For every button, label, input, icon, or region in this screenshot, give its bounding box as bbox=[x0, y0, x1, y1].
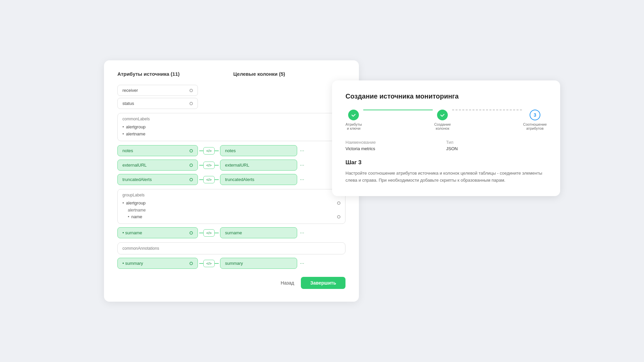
step-heading: Шаг 3 bbox=[345, 159, 547, 166]
script-options-icon[interactable]: ⋯ bbox=[300, 230, 304, 235]
mapped-row-summary: • summary </> summary ⋯ bbox=[117, 258, 345, 269]
nested-group-alertname: alertname • name bbox=[128, 208, 340, 220]
connector-surname: </> bbox=[198, 229, 220, 237]
script-options-icon[interactable]: ⋯ bbox=[300, 261, 304, 266]
mapped-target-surname[interactable]: surname bbox=[220, 227, 297, 238]
connector-line2 bbox=[215, 233, 219, 233]
step-item-2: Созданиеколонок bbox=[434, 110, 451, 130]
step-label-2: Созданиеколонок bbox=[434, 122, 451, 130]
type-label: Тип bbox=[446, 140, 547, 145]
mapped-target-notes[interactable]: notes bbox=[220, 145, 297, 156]
dot-icon bbox=[190, 89, 193, 92]
group-commonlabels: commonLabels • alertgroup • alertname bbox=[117, 113, 345, 141]
step-circle-done-2 bbox=[437, 110, 448, 120]
source-dot-icon bbox=[190, 178, 193, 181]
connector-externalurl: </> bbox=[198, 162, 220, 169]
step-label-3: Соотношениеатрибутов bbox=[523, 122, 547, 130]
type-value: JSON bbox=[446, 146, 547, 151]
connector-badge[interactable]: </> bbox=[203, 162, 215, 169]
group-label-commonannotations: commonAnnotations bbox=[122, 246, 340, 251]
panel-footer: Назад Завершить bbox=[117, 277, 345, 289]
connector-line bbox=[199, 165, 203, 166]
connector-badge[interactable]: </> bbox=[203, 229, 215, 237]
mapped-source-externalurl[interactable]: externalURL bbox=[117, 160, 198, 171]
script-options-icon[interactable]: ⋯ bbox=[300, 163, 304, 168]
mapped-target-truncatedalerts[interactable]: truncatedAlerts bbox=[220, 174, 297, 185]
step-circle-active-3: 3 bbox=[530, 110, 540, 120]
child-dot-icon bbox=[337, 201, 340, 205]
source-box-receiver[interactable]: receiver bbox=[117, 85, 198, 96]
checkmark-icon bbox=[351, 112, 356, 118]
mapped-source-notes[interactable]: notes bbox=[117, 145, 198, 156]
group-grouplabels: groupLabels • alertgroup alertname • nam… bbox=[117, 189, 345, 224]
right-panel: Создание источника мониторинга Атрибутыи… bbox=[332, 80, 560, 196]
connector-line2 bbox=[215, 150, 219, 151]
source-dot-icon bbox=[190, 164, 193, 167]
group-label-commonlabels: commonLabels bbox=[122, 117, 340, 121]
steps-row: Атрибутыи ключи Созданиеколонок 3 Соотно… bbox=[345, 110, 547, 130]
source-row-receiver: receiver bbox=[117, 85, 345, 96]
step-line-2-3 bbox=[452, 110, 522, 110]
script-options-icon[interactable]: ⋯ bbox=[300, 177, 304, 182]
script-options-icon[interactable]: ⋯ bbox=[300, 148, 304, 153]
connector-truncatedalerts: </> bbox=[198, 176, 220, 183]
right-panel-title: Создание источника мониторинга bbox=[345, 93, 547, 100]
step-label-1: Атрибутыи ключи bbox=[345, 122, 362, 130]
mapping-area: receiver status commonLabels • alertgrou… bbox=[117, 85, 345, 270]
target-title: Целевые колонки (5) bbox=[233, 71, 285, 77]
step-item-3: 3 Соотношениеатрибутов bbox=[523, 110, 547, 130]
group-child-name: • name bbox=[128, 213, 340, 220]
mapped-row-truncatedalerts: truncatedAlerts </> truncatedAlerts ⋯ bbox=[117, 174, 345, 185]
step-description: Настройте соотношение атрибутов источник… bbox=[345, 170, 547, 184]
source-row-status: status bbox=[117, 98, 345, 109]
name-value: Victoria metrics bbox=[345, 146, 446, 151]
panel-header: Атрибуты источника (11) Целевые колонки … bbox=[117, 71, 345, 77]
name-label: Наименование bbox=[345, 140, 446, 145]
mapped-row-notes: notes </> notes ⋯ bbox=[117, 145, 345, 156]
mapped-source-surname[interactable]: • surname bbox=[117, 227, 198, 238]
mapped-row-externalurl: externalURL </> externalURL ⋯ bbox=[117, 160, 345, 171]
checkmark-icon bbox=[440, 112, 445, 118]
step-circle-done-1 bbox=[348, 110, 359, 120]
nested-group-label: alertname bbox=[128, 208, 340, 213]
back-button[interactable]: Назад bbox=[281, 280, 294, 286]
connector-notes: </> bbox=[198, 147, 220, 155]
connector-summary: </> bbox=[198, 260, 220, 267]
connector-badge[interactable]: </> bbox=[203, 147, 215, 155]
mapped-target-externalurl[interactable]: externalURL bbox=[220, 160, 297, 171]
mapped-target-summary[interactable]: summary bbox=[220, 258, 297, 269]
mapped-row-surname: • surname </> surname ⋯ bbox=[117, 227, 345, 238]
connector-line bbox=[199, 263, 203, 264]
source-dot-icon bbox=[190, 231, 193, 235]
connector-line bbox=[199, 150, 203, 151]
connector-line bbox=[199, 179, 203, 180]
connector-line2 bbox=[215, 165, 219, 166]
mapped-source-summary[interactable]: • summary bbox=[117, 258, 198, 269]
source-box-status[interactable]: status bbox=[117, 98, 198, 109]
source-dot-icon bbox=[190, 262, 193, 265]
source-dot-icon bbox=[190, 149, 193, 153]
group-commonannotations: commonAnnotations bbox=[117, 242, 345, 254]
group-child-alertname: • alertname bbox=[122, 130, 340, 137]
finish-button[interactable]: Завершить bbox=[301, 277, 345, 289]
dot-icon bbox=[190, 102, 193, 105]
group-child-alertgroup2: • alertgroup bbox=[122, 199, 340, 206]
connector-badge[interactable]: </> bbox=[203, 176, 215, 183]
step-item-1: Атрибутыи ключи bbox=[345, 110, 362, 130]
source-title: Атрибуты источника (11) bbox=[117, 71, 179, 77]
left-panel: Атрибуты источника (11) Целевые колонки … bbox=[104, 60, 359, 302]
connector-line2 bbox=[215, 263, 219, 264]
step-line-1-2 bbox=[363, 110, 433, 110]
connector-badge[interactable]: </> bbox=[203, 260, 215, 267]
connector-line2 bbox=[215, 179, 219, 180]
group-label-grouplabels: groupLabels bbox=[122, 193, 340, 197]
group-child-alertgroup: • alertgroup bbox=[122, 123, 340, 130]
connector-line bbox=[199, 233, 203, 233]
info-table: Наименование Тип Victoria metrics JSON bbox=[345, 140, 547, 151]
child-dot-icon bbox=[337, 215, 340, 219]
mapped-source-truncatedalerts[interactable]: truncatedAlerts bbox=[117, 174, 198, 185]
